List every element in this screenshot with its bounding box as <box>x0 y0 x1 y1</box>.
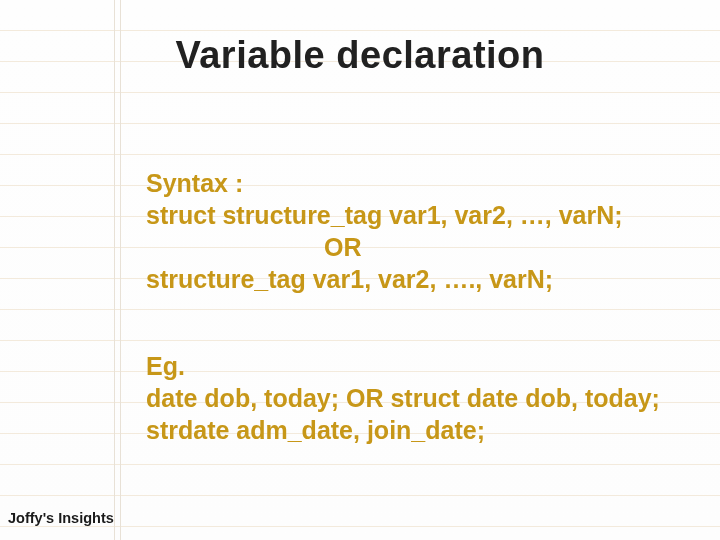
syntax-block: Syntax : struct structure_tag var1, var2… <box>146 167 666 295</box>
footer-attribution: Joffy's Insights <box>8 510 114 526</box>
example-label: Eg. <box>146 350 706 382</box>
syntax-or: OR <box>146 231 666 263</box>
syntax-line-1: struct structure_tag var1, var2, …, varN… <box>146 199 666 231</box>
syntax-label: Syntax : <box>146 167 666 199</box>
example-block: Eg. date dob, today; OR struct date dob,… <box>146 350 706 446</box>
page-title: Variable declaration <box>0 34 720 77</box>
syntax-line-2: structure_tag var1, var2, …., varN; <box>146 263 666 295</box>
example-line-1: date dob, today; OR struct date dob, tod… <box>146 382 706 414</box>
example-line-2: strdate adm_date, join_date; <box>146 414 706 446</box>
